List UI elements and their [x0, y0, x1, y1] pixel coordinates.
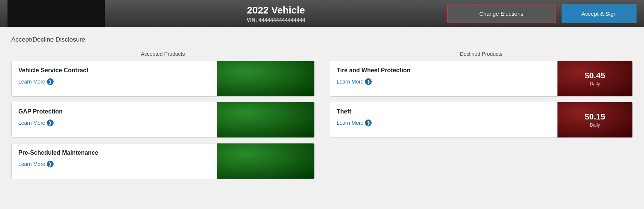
declined-amount-1: $0.15: [584, 112, 605, 122]
declined-period-1: Daily: [590, 122, 600, 128]
vin-value: 4444444444444444: [258, 17, 305, 23]
declined-bar-1: $0.15 Daily: [557, 102, 632, 137]
accepted-product-name-0: Vehicle Service Contract: [18, 67, 210, 74]
declined-learn-more-arrow-icon-0: ❯: [365, 78, 372, 85]
accept-sign-button[interactable]: Accept & Sign: [562, 4, 637, 23]
accepted-product-card: Pre-Scheduled Maintenance Learn More ❯: [11, 143, 315, 179]
logo: [7, 0, 105, 27]
accepted-bar-2: [217, 143, 314, 179]
declined-column-header: Declined Products: [330, 51, 633, 57]
accepted-learn-more-link-0[interactable]: Learn More ❯: [18, 78, 210, 85]
accepted-product-card: GAP Protection Learn More ❯: [11, 102, 315, 138]
accepted-product-name-1: GAP Protection: [18, 108, 210, 115]
declined-bar-0: $0.45 Daily: [557, 61, 632, 96]
vin-label: VIN:: [247, 17, 257, 23]
declined-period-0: Daily: [590, 81, 600, 87]
accepted-learn-more-label-1: Learn More: [18, 120, 45, 126]
declined-product-card-1: Theft Learn More ❯ $0.15 Daily: [330, 102, 633, 138]
accepted-bar-1: [217, 102, 314, 137]
declined-learn-more-label-0: Learn More: [337, 79, 364, 85]
accepted-product-info-1: GAP Protection Learn More ❯: [12, 102, 217, 137]
declined-learn-more-link-1[interactable]: Learn More ❯: [337, 119, 551, 126]
accepted-product-info-2: Pre-Scheduled Maintenance Learn More ❯: [12, 143, 217, 179]
accepted-product-card: Vehicle Service Contract Learn More ❯: [11, 61, 315, 97]
main-content: Accept/Decline Disclosure Accepted Produ…: [0, 27, 644, 209]
declined-product-info-1: Theft Learn More ❯: [330, 102, 558, 137]
declined-learn-more-link-0[interactable]: Learn More ❯: [337, 78, 551, 85]
declined-learn-more-label-1: Learn More: [337, 120, 364, 126]
accepted-learn-more-link-1[interactable]: Learn More ❯: [18, 119, 210, 126]
vehicle-title: 2022 Vehicle: [105, 4, 447, 16]
declined-product-name-0: Tire and Wheel Protection: [337, 67, 551, 74]
disclosure-title: Accept/Decline Disclosure: [11, 36, 633, 43]
vin-info: VIN: 4444444444444444: [105, 17, 447, 23]
accepted-product-name-2: Pre-Scheduled Maintenance: [18, 149, 210, 156]
accepted-learn-more-label-2: Learn More: [18, 161, 45, 167]
declined-product-info-0: Tire and Wheel Protection Learn More ❯: [330, 61, 558, 96]
accepted-learn-more-link-2[interactable]: Learn More ❯: [18, 161, 210, 167]
accepted-column-header: Accepted Products: [11, 51, 315, 57]
declined-products-column: Declined Products Tire and Wheel Protect…: [330, 51, 633, 184]
header: 2022 Vehicle VIN: 4444444444444444 Chang…: [0, 0, 644, 27]
learn-more-arrow-icon-0: ❯: [47, 78, 54, 85]
change-elections-button[interactable]: Change Elections: [447, 4, 556, 23]
header-actions: Change Elections Accept & Sign: [447, 4, 637, 23]
declined-learn-more-arrow-icon-1: ❯: [365, 119, 372, 126]
learn-more-arrow-icon-2: ❯: [47, 161, 54, 167]
accepted-bar-0: [217, 61, 314, 96]
learn-more-arrow-icon-1: ❯: [47, 119, 54, 126]
products-container: Accepted Products Vehicle Service Contra…: [11, 51, 633, 184]
vehicle-info: 2022 Vehicle VIN: 4444444444444444: [105, 4, 447, 23]
declined-amount-0: $0.45: [584, 71, 605, 81]
declined-product-card-0: Tire and Wheel Protection Learn More ❯ $…: [330, 61, 633, 97]
accepted-product-info-0: Vehicle Service Contract Learn More ❯: [12, 61, 217, 96]
accepted-products-column: Accepted Products Vehicle Service Contra…: [11, 51, 315, 184]
declined-product-name-1: Theft: [337, 108, 551, 115]
accepted-learn-more-label-0: Learn More: [18, 79, 45, 85]
